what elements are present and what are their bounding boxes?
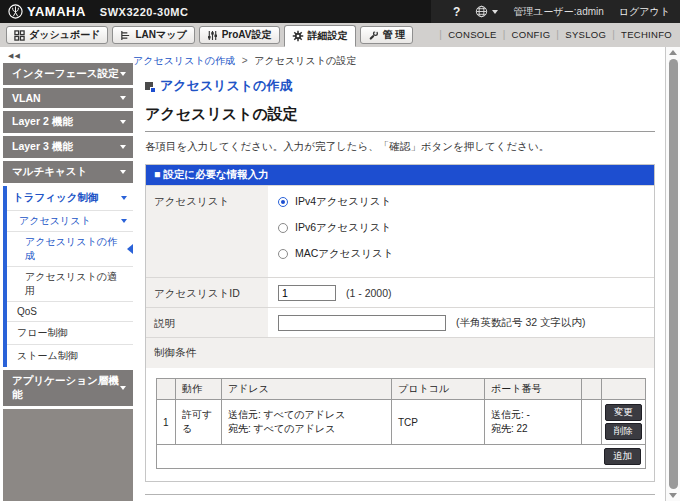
chevron-down-icon <box>120 170 126 174</box>
footer-divider <box>145 494 655 495</box>
chevron-down-icon <box>120 386 126 390</box>
app-window: YAMAHA SWX3220-30MC ? 管理ユーザー:admin ログアウト <box>0 0 680 501</box>
add-button[interactable]: 追加 <box>604 448 641 465</box>
sidebar-item-label: アクセスリスト <box>19 214 91 228</box>
radio-selected-icon[interactable] <box>278 197 288 207</box>
sidebar-item-application-layer[interactable]: アプリケーション層機能 <box>3 370 133 406</box>
link-separator: | <box>503 29 506 40</box>
page-section-link[interactable]: アクセスリストの作成 <box>145 77 655 95</box>
sidebar-collapse-icon[interactable]: ◀◀ <box>3 47 133 63</box>
main-panel: アクセスリストの作成 > アクセスリストの設定 アクセスリストの作成 アクセスリ… <box>133 47 665 501</box>
chevron-down-icon <box>121 196 127 200</box>
scrollbar-track[interactable] <box>669 59 678 489</box>
sidebar: ◀◀ インターフェース設定 VLAN Layer 2 機能 Layer 3 機能 <box>0 47 133 501</box>
col-port: ポート番号 <box>485 379 582 400</box>
sidebar-item-traffic-control[interactable]: トラフィック制御 <box>7 186 133 210</box>
vertical-scrollbar[interactable] <box>665 47 680 501</box>
settings-form: ■ 設定に必要な情報入力 アクセスリスト IPv4アクセスリスト IPv6アクセ… <box>145 164 655 482</box>
sidebar-item-interface[interactable]: インターフェース設定 <box>3 63 133 85</box>
description-label: 説明 <box>146 308 268 337</box>
active-item-marker-icon <box>127 244 133 254</box>
scroll-down-icon[interactable] <box>669 493 677 498</box>
sidebar-item-qos[interactable]: QoS <box>7 301 133 321</box>
device-model: SWX3220-30MC <box>100 6 189 18</box>
tab-advanced-settings[interactable]: 詳細設定 <box>284 25 356 47</box>
row-address: 送信元: すべてのアドレス 宛先: すべてのアドレス <box>222 400 392 445</box>
tab-label: 管 理 <box>383 28 406 42</box>
logout-button[interactable]: ログアウト <box>619 5 670 19</box>
acl-id-input[interactable] <box>278 285 336 301</box>
scrollbar-thumb[interactable] <box>669 59 678 489</box>
title-divider <box>145 131 655 132</box>
description-input[interactable] <box>278 315 446 331</box>
row-number: 1 <box>157 400 176 445</box>
help-icon[interactable]: ? <box>453 5 460 19</box>
lan-map-icon <box>120 30 131 41</box>
brand-text: YAMAHA <box>27 4 86 19</box>
language-selector[interactable] <box>475 5 498 18</box>
section-header: ■ 設定に必要な情報入力 <box>146 165 654 185</box>
col-spacer <box>582 379 602 400</box>
radio-unselected-icon[interactable] <box>278 223 288 233</box>
link-separator: | <box>556 29 559 40</box>
address-destination: 宛先: すべてのアドレス <box>228 422 385 437</box>
address-source: 送信元: すべてのアドレス <box>228 408 385 423</box>
tab-admin[interactable]: 管 理 <box>360 26 414 44</box>
delete-button[interactable]: 削除 <box>605 423 642 440</box>
page-icon <box>145 82 153 90</box>
sidebar-item-label: マルチキャスト <box>12 165 87 179</box>
sidebar-item-vlan[interactable]: VLAN <box>3 88 133 108</box>
sidebar-item-multicast[interactable]: マルチキャスト <box>3 161 133 183</box>
instruction-text: 各項目を入力してください。入力が完了したら、「確認」ボタンを押してください。 <box>145 140 655 154</box>
sidebar-item-label: トラフィック制御 <box>13 191 98 205</box>
change-button[interactable]: 変更 <box>605 404 642 421</box>
page-title: アクセスリストの設定 <box>145 105 655 124</box>
tab-proav[interactable]: ProAV設定 <box>199 26 280 44</box>
main-content: アクセスリストの作成 アクセスリストの設定 各項目を入力してください。入力が完了… <box>133 65 665 501</box>
sidebar-item-storm-control[interactable]: ストーム制御 <box>7 344 133 367</box>
config-link[interactable]: CONFIG <box>512 29 551 40</box>
sidebar-item-acl-apply[interactable]: アクセスリストの適用 <box>7 266 133 301</box>
sidebar-filler <box>3 409 133 501</box>
radio-label: IPv4アクセスリスト <box>295 195 391 209</box>
content-area: ◀◀ インターフェース設定 VLAN Layer 2 機能 Layer 3 機能 <box>0 47 680 501</box>
radio-unselected-icon[interactable] <box>278 249 288 259</box>
radio-option-mac[interactable]: MACアクセスリスト <box>278 247 644 261</box>
sidebar-item-label: アプリケーション層機能 <box>12 374 120 402</box>
row-action: 許可する <box>176 400 222 445</box>
row-protocol: TCP <box>392 400 485 445</box>
sidebar-item-layer2[interactable]: Layer 2 機能 <box>3 111 133 133</box>
row-port: 送信元: - 宛先: 22 <box>485 400 582 445</box>
link-separator: | <box>612 29 615 40</box>
radio-option-ipv4[interactable]: IPv4アクセスリスト <box>278 195 644 209</box>
col-row-number <box>157 379 176 400</box>
quick-links: | CONSOLE | CONFIG | SYSLOG | TECHINFO <box>433 29 672 40</box>
sidebar-item-layer3[interactable]: Layer 3 機能 <box>3 136 133 158</box>
table-footer-row: 追加 <box>157 445 646 469</box>
sidebar-item-label: アクセスリストの作成 <box>25 236 117 261</box>
syslog-link[interactable]: SYSLOG <box>565 29 606 40</box>
tab-lanmap[interactable]: LANマップ <box>112 26 194 44</box>
chevron-down-icon <box>121 219 127 223</box>
table-row: 1 許可する 送信元: すべてのアドレス 宛先: すべてのアドレス TCP 送信… <box>157 400 646 445</box>
sidebar-item-acl-create[interactable]: アクセスリストの作成 <box>7 231 133 266</box>
sidebar-group-traffic-control: トラフィック制御 アクセスリスト アクセスリストの作成 アクセスリストの適用 <box>3 186 133 367</box>
tab-label: 詳細設定 <box>308 29 348 43</box>
conditions-table: 動作 アドレス プロトコル ポート番号 1 許可する <box>156 378 646 469</box>
main-tab-bar: ダッシュボード LANマップ ProAV設定 <box>0 23 680 47</box>
sidebar-item-flow-control[interactable]: フロー制御 <box>7 321 133 344</box>
scroll-up-icon[interactable] <box>669 50 677 55</box>
chevron-down-icon <box>492 10 498 14</box>
sidebar-item-access-list[interactable]: アクセスリスト <box>7 210 133 231</box>
add-button-cell: 追加 <box>157 445 646 469</box>
chevron-down-icon <box>120 96 126 100</box>
techinfo-link[interactable]: TECHINFO <box>621 29 672 40</box>
radio-option-ipv6[interactable]: IPv6アクセスリスト <box>278 221 644 235</box>
tab-dashboard[interactable]: ダッシュボード <box>6 26 108 44</box>
console-link[interactable]: CONSOLE <box>448 29 497 40</box>
link-separator: | <box>439 29 442 40</box>
table-header-row: 動作 アドレス プロトコル ポート番号 <box>157 379 646 400</box>
acl-type-label: アクセスリスト <box>146 186 268 277</box>
tab-label: LANマップ <box>135 28 186 42</box>
gear-icon <box>292 30 304 42</box>
